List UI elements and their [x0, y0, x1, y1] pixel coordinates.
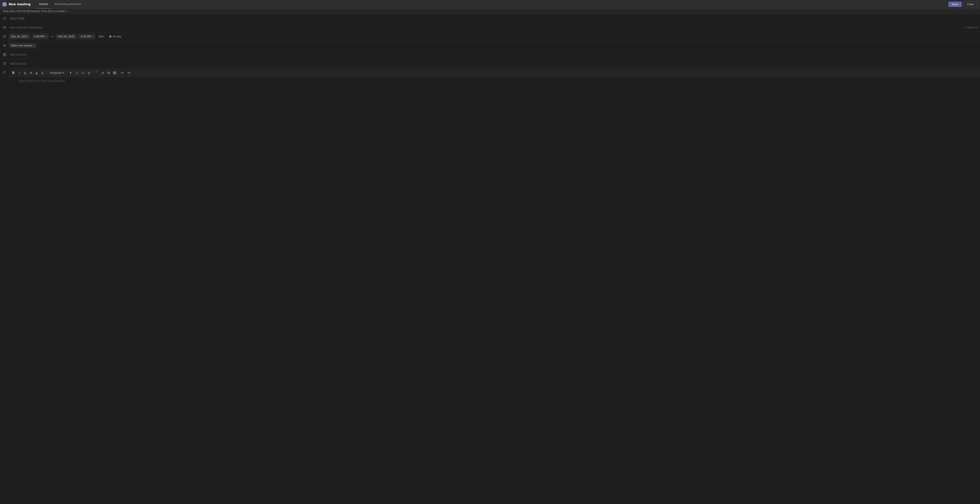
numbered-list-icon: 1. 2. — [75, 71, 79, 74]
title-input[interactable] — [9, 15, 980, 22]
title-content — [9, 15, 980, 22]
location-icon — [3, 62, 6, 65]
datetime-fields: Feb 18, 2021 5:00 PM ▾ → Feb 18, 2021 5:… — [9, 34, 121, 39]
highlight-icon: A — [36, 71, 38, 74]
start-date-picker[interactable]: Feb 18, 2021 — [9, 34, 30, 39]
quote-icon: " — [95, 71, 99, 74]
undo-button[interactable] — [120, 70, 126, 76]
editor-section: B I U S A — [0, 68, 980, 125]
app-icon — [2, 2, 7, 6]
svg-point-11 — [4, 63, 5, 63]
svg-point-5 — [5, 27, 6, 27]
editor-toolbar: B I U S A — [9, 69, 980, 77]
link-button[interactable] — [100, 70, 106, 76]
redo-button[interactable] — [126, 70, 131, 76]
datetime-content: Feb 18, 2021 5:00 PM ▾ → Feb 18, 2021 5:… — [9, 34, 980, 39]
editor-icon-cell — [0, 69, 9, 74]
attendees-input[interactable] — [9, 25, 961, 30]
repeat-icon — [3, 44, 6, 48]
save-button[interactable]: Save — [948, 2, 962, 7]
allday-label[interactable]: All day — [113, 35, 121, 38]
paragraph-selector[interactable]: Paragraph ▾ — [48, 71, 66, 75]
heading-icon: T — [70, 71, 73, 74]
table-icon — [113, 71, 116, 74]
italic-button[interactable]: I — [16, 70, 22, 76]
repeat-row: Does not repeat ▾ — [0, 41, 980, 50]
svg-rect-18 — [41, 74, 43, 74]
end-date-value: Feb 18, 2021 — [58, 35, 75, 38]
duration-badge: 30m — [97, 34, 106, 39]
tab-details[interactable]: Details — [36, 0, 51, 9]
decrease-indent-button[interactable] — [86, 70, 92, 76]
align-icon — [107, 71, 110, 74]
svg-text:1.: 1. — [75, 71, 77, 73]
repeat-chevron: ▾ — [33, 44, 34, 46]
bulleted-list-icon — [81, 71, 84, 74]
svg-rect-8 — [5, 53, 6, 54]
editor-body[interactable]: Type details for this new meeting — [9, 77, 980, 124]
repeat-content: Does not repeat ▾ — [9, 43, 980, 48]
svg-rect-35 — [113, 72, 116, 74]
svg-point-24 — [81, 72, 82, 73]
titlebar: New meeting Details Scheduling Assistant… — [0, 0, 980, 9]
timezone-label: Time zone: (UTC-05:00) Eastern Time (US … — [3, 10, 65, 13]
svg-text:2.: 2. — [75, 73, 77, 74]
editor-icon — [3, 71, 6, 74]
underline-button[interactable]: U — [22, 70, 28, 76]
datetime-icon-cell — [0, 35, 9, 38]
channel-icon — [3, 53, 6, 56]
strikethrough-button[interactable]: S — [28, 70, 34, 76]
svg-text:A: A — [41, 71, 43, 74]
svg-rect-0 — [3, 3, 6, 5]
close-button[interactable]: Close — [963, 2, 978, 7]
table-button[interactable] — [112, 70, 118, 76]
end-date-picker[interactable]: Feb 18, 2021 — [56, 34, 77, 39]
attendees-content: + Optional — [9, 25, 980, 30]
paragraph-label: Paragraph — [50, 71, 62, 74]
svg-rect-16 — [36, 74, 38, 74]
paragraph-chevron: ▾ — [63, 71, 64, 74]
allday-toggle[interactable] — [109, 35, 112, 38]
editor-placeholder: Type details for this new meeting — [19, 79, 65, 82]
svg-point-26 — [81, 73, 82, 74]
allday-row: All day — [109, 35, 121, 38]
channel-content — [9, 52, 980, 57]
bulleted-list-button[interactable] — [80, 70, 86, 76]
tab-scheduling[interactable]: Scheduling Assistant — [51, 0, 84, 9]
editor-row: B I U S A — [0, 68, 980, 125]
title-row — [0, 14, 980, 23]
form-panel: + Optional Feb 18, 2021 — [0, 14, 980, 125]
heading-button[interactable]: T — [68, 70, 74, 76]
repeat-icon-cell — [0, 44, 9, 48]
start-time-value: 5:00 PM — [34, 35, 44, 38]
edit-icon — [3, 17, 6, 20]
title-icon-cell — [0, 17, 9, 20]
end-time-picker[interactable]: 5:30 PM ▾ — [78, 34, 95, 39]
location-input[interactable] — [9, 61, 980, 67]
allday-dot-inner — [110, 36, 111, 37]
numbered-list-button[interactable]: 1. 2. — [74, 70, 80, 76]
optional-button[interactable]: + Optional — [961, 25, 980, 30]
align-button[interactable] — [106, 70, 111, 76]
svg-rect-10 — [5, 55, 6, 56]
toolbar-sep-2 — [67, 71, 67, 75]
quote-button[interactable]: " — [94, 70, 100, 76]
channel-input[interactable] — [9, 52, 980, 57]
highlight-button[interactable]: A — [34, 70, 40, 76]
decrease-indent-icon — [87, 71, 91, 74]
font-color-button[interactable]: A — [40, 70, 46, 76]
repeat-value: Does not repeat — [11, 44, 32, 47]
timezone-bar[interactable]: Time zone: (UTC-05:00) Eastern Time (US … — [0, 9, 980, 14]
bold-button[interactable]: B — [11, 70, 16, 76]
undo-icon — [121, 71, 124, 74]
repeat-select[interactable]: Does not repeat ▾ — [9, 43, 36, 48]
meeting-title: New meeting — [9, 3, 31, 6]
start-time-picker[interactable]: 5:00 PM ▾ — [32, 34, 48, 39]
channel-icon-cell — [0, 53, 9, 56]
location-row — [0, 59, 980, 68]
timezone-chevron: ▾ — [66, 10, 67, 13]
toolbar-sep-1 — [47, 71, 47, 75]
svg-text:T: T — [70, 72, 72, 74]
clock-icon — [3, 35, 6, 38]
titlebar-actions: Save Close — [948, 2, 978, 7]
